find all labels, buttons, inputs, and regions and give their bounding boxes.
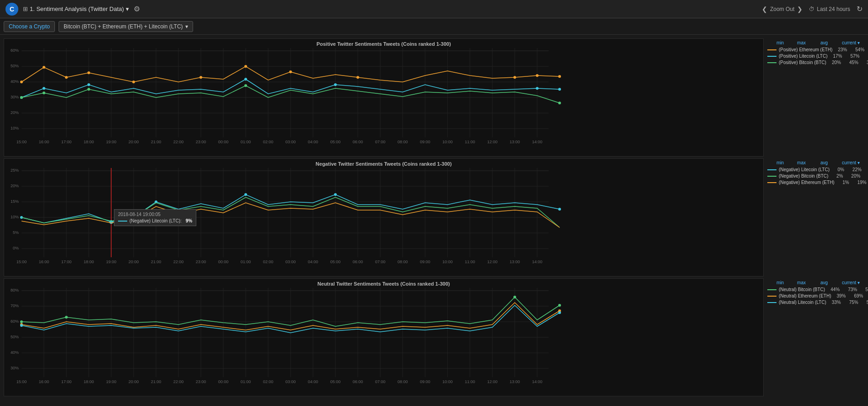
ltc-neg-max: 22% [849, 167, 862, 172]
svg-text:07:00: 07:00 [375, 140, 386, 144]
svg-text:25%: 25% [11, 168, 19, 173]
legend-current-header[interactable]: current ▾ [837, 280, 860, 285]
svg-text:12:00: 12:00 [487, 379, 498, 384]
ltc-neu-name: (Neutral) Litecoin (LTC) [779, 300, 826, 305]
eth-neu-name: (Neutral) Ethereum (ETH) [779, 293, 831, 298]
ltc-max: 57% [847, 54, 860, 59]
legend-avg-header[interactable]: avg [815, 280, 828, 285]
svg-text:05:00: 05:00 [330, 140, 341, 144]
svg-text:04:00: 04:00 [308, 140, 318, 144]
svg-text:22:00: 22:00 [173, 379, 184, 384]
svg-text:16:00: 16:00 [39, 140, 49, 144]
svg-text:19:00: 19:00 [106, 260, 117, 264]
svg-point-57 [20, 96, 23, 99]
settings-button[interactable]: ⚙ [134, 5, 140, 13]
ltc-neg-min: 0% [831, 167, 844, 172]
svg-text:0%: 0% [13, 246, 19, 250]
ltc-neg-name: (Negative) Litecoin (LTC) [779, 167, 830, 172]
ltc-stats: 17% 57% 33% 32% [830, 54, 868, 59]
svg-text:30%: 30% [11, 95, 19, 99]
legend-min-header[interactable]: min [771, 160, 784, 165]
svg-point-187 [20, 320, 23, 323]
eth-neu-max: 69% [850, 293, 863, 298]
eth-neg-color [767, 182, 776, 183]
eth-neu-color [767, 296, 776, 297]
svg-text:11:00: 11:00 [465, 140, 475, 144]
svg-text:12:00: 12:00 [487, 140, 498, 144]
svg-text:07:00: 07:00 [375, 379, 386, 384]
legend-avg-header[interactable]: avg [815, 160, 828, 165]
legend-max-header[interactable]: max [793, 160, 806, 165]
svg-text:14:00: 14:00 [532, 260, 543, 264]
svg-point-61 [558, 102, 561, 104]
negative-legend: min max avg current ▾ (Negative) Litecoi… [764, 158, 864, 276]
ltc-neu-max: 75% [846, 300, 858, 305]
svg-text:04:00: 04:00 [308, 260, 318, 264]
positive-chart-canvas[interactable]: 60% 50% 40% 30% 20% 10% [4, 48, 763, 152]
svg-text:01:00: 01:00 [241, 140, 251, 144]
btc-neg-avg: 10% [865, 173, 868, 179]
svg-text:10:00: 10:00 [442, 379, 453, 384]
time-range-selector[interactable]: ⏱ Last 24 hours [809, 6, 850, 12]
svg-point-52 [87, 83, 90, 86]
svg-text:08:00: 08:00 [398, 260, 408, 264]
svg-text:09:00: 09:00 [420, 140, 431, 144]
legend-min-header[interactable]: min [771, 280, 784, 285]
legend-current-header[interactable]: current ▾ [837, 40, 860, 45]
header: C ⊞ 1. Sentiment Analysis (Twitter Data)… [0, 0, 868, 18]
svg-text:14:00: 14:00 [532, 379, 543, 384]
btc-legend-name: (Positive) Bitcoin (BTC) [779, 60, 826, 65]
negative-chart-section: Negative Twitter Sentiments Tweets (Coin… [0, 158, 868, 276]
svg-point-194 [558, 311, 561, 314]
zoom-out-label: Zoom Out [770, 6, 794, 12]
legend-color-label: (Positive) Bitcoin (BTC) [767, 60, 826, 65]
zoom-next-button[interactable]: ❯ [797, 5, 803, 13]
svg-point-125 [244, 193, 247, 196]
legend-max-header[interactable]: max [793, 40, 806, 45]
clock-icon: ⏱ [809, 6, 814, 12]
svg-text:15:00: 15:00 [16, 379, 27, 384]
neutral-legend-header: min max avg current ▾ [767, 280, 861, 285]
svg-text:10%: 10% [11, 126, 19, 130]
dashboard-title[interactable]: ⊞ 1. Sentiment Analysis (Twitter Data) ▾ [23, 5, 129, 12]
legend-item: (Negative) Litecoin (LTC) 0% 22% 10% 13% [767, 167, 861, 172]
neutral-legend: min max avg current ▾ (Neutral) Bitcoin … [764, 278, 864, 396]
choose-crypto-button[interactable]: Choose a Crypto [4, 21, 55, 32]
refresh-button[interactable]: ↻ [857, 5, 863, 13]
negative-chart-title: Negative Twitter Sentiments Tweets (Coin… [4, 159, 763, 168]
svg-text:02:00: 02:00 [263, 140, 274, 144]
svg-point-38 [20, 81, 23, 83]
ltc-min: 17% [830, 54, 842, 59]
negative-chart-canvas[interactable]: 25% 20% 15% 10% 5% 0% [4, 168, 763, 272]
toolbar: Choose a Crypto Bitcoin (BTC) + Ethereum… [0, 18, 868, 35]
legend-max-header[interactable]: max [793, 280, 806, 285]
svg-text:05:00: 05:00 [330, 379, 341, 384]
legend-color-label: (Positive) Litecoin (LTC) [767, 54, 828, 59]
legend-item: (Neutral) Litecoin (LTC) 33% 75% 57% 55% [767, 300, 861, 305]
legend-avg-header[interactable]: avg [815, 40, 828, 45]
svg-text:10:00: 10:00 [442, 140, 453, 144]
time-range-label: Last 24 hours [817, 6, 850, 12]
svg-point-126 [334, 193, 337, 196]
svg-text:00:00: 00:00 [218, 140, 229, 144]
crypto-selector-button[interactable]: Bitcoin (BTC) + Ethereum (ETH) + Litecoi… [59, 21, 193, 32]
legend-min-header[interactable]: min [771, 40, 784, 45]
svg-text:13:00: 13:00 [510, 260, 520, 264]
svg-point-44 [244, 65, 247, 68]
zoom-prev-button[interactable]: ❮ [762, 5, 767, 13]
svg-text:14:00: 14:00 [532, 140, 543, 144]
legend-current-header[interactable]: current ▾ [837, 160, 860, 165]
svg-text:50%: 50% [11, 335, 19, 339]
svg-text:12:00: 12:00 [487, 260, 498, 264]
svg-text:19:00: 19:00 [106, 379, 117, 384]
legend-color-label: (Negative) Ethereum (ETH) [767, 180, 835, 185]
eth-neg-max: 19% [854, 180, 867, 185]
svg-point-39 [43, 66, 45, 69]
svg-point-60 [244, 84, 247, 87]
neutral-chart-canvas[interactable]: 80% 70% 60% 50% 40% 30% [4, 288, 763, 392]
svg-text:01:00: 01:00 [241, 379, 251, 384]
btc-neg-min: 2% [830, 173, 843, 179]
btc-neu-stats: 44% 73% 58% 70% [827, 287, 868, 292]
positive-chart-area: Positive Twitter Sentiments Tweets (Coin… [4, 38, 764, 157]
btc-color-indicator [767, 62, 776, 63]
